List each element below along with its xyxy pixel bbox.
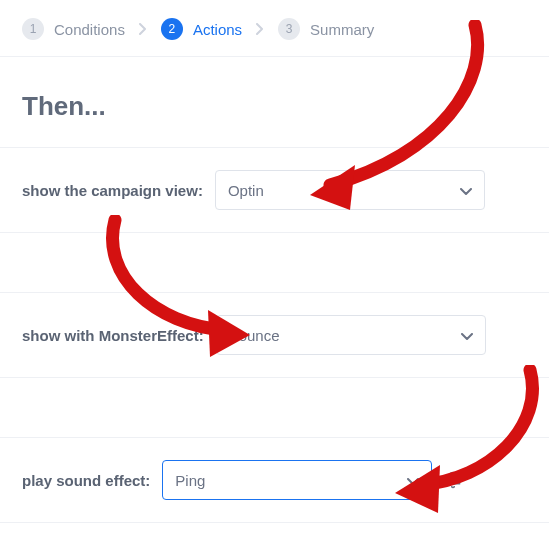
select-sound-effect-value: Ping [175, 472, 205, 489]
rule-row-monstereffect: show with MonsterEffect: Bounce [0, 292, 549, 378]
bell-icon[interactable] [444, 471, 462, 489]
step-actions[interactable]: 2 Actions [161, 18, 242, 40]
section-heading-then: Then... [0, 57, 549, 148]
label-sound-effect: play sound effect: [22, 472, 150, 489]
step-number-3: 3 [278, 18, 300, 40]
select-monstereffect-value: Bounce [229, 327, 280, 344]
spacer [0, 233, 549, 293]
step-conditions[interactable]: 1 Conditions [22, 18, 125, 40]
label-monstereffect: show with MonsterEffect: [22, 327, 204, 344]
select-campaign-view-value: Optin [228, 182, 264, 199]
chevron-right-icon [139, 23, 147, 35]
chevron-right-icon [256, 23, 264, 35]
wizard-steps: 1 Conditions 2 Actions 3 Summary [0, 0, 549, 56]
step-number-2: 2 [161, 18, 183, 40]
step-label-conditions: Conditions [54, 21, 125, 38]
step-number-1: 1 [22, 18, 44, 40]
chevron-down-icon [461, 327, 473, 344]
step-label-actions: Actions [193, 21, 242, 38]
rule-row-campaign-view: show the campaign view: Optin [0, 147, 549, 233]
rule-row-sound-effect: play sound effect: Ping [0, 437, 549, 523]
select-monstereffect[interactable]: Bounce [216, 315, 486, 355]
spacer [0, 378, 549, 438]
chevron-down-icon [407, 472, 419, 489]
step-label-summary: Summary [310, 21, 374, 38]
step-summary[interactable]: 3 Summary [278, 18, 374, 40]
select-sound-effect[interactable]: Ping [162, 460, 432, 500]
page-root: { "wizard": { "step1": { "num": "1", "la… [0, 0, 549, 559]
select-campaign-view[interactable]: Optin [215, 170, 485, 210]
label-campaign-view: show the campaign view: [22, 182, 203, 199]
chevron-down-icon [460, 182, 472, 199]
